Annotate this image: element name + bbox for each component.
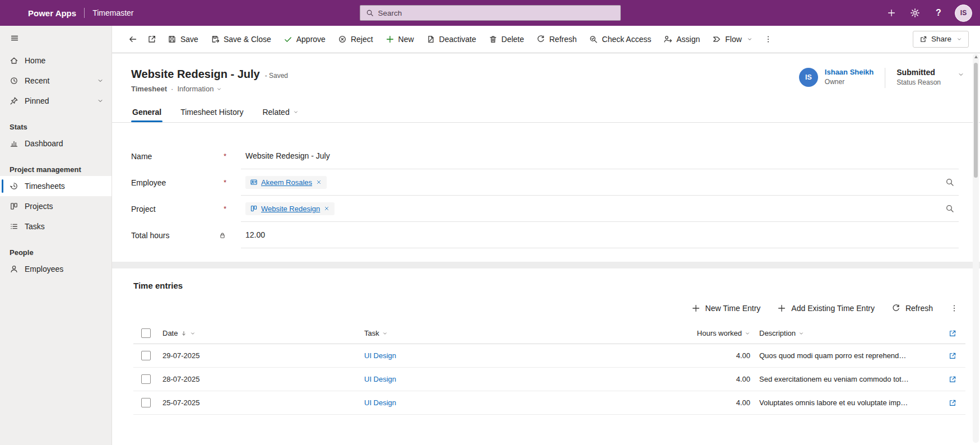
topbar: Power Apps Timemaster ? IS [0,0,980,26]
account-avatar[interactable]: IS [955,4,972,22]
field-name: Name * [131,143,959,169]
tab-general[interactable]: General [131,102,162,122]
refresh-button[interactable]: Refresh [530,29,583,49]
approve-button[interactable]: Approve [277,29,332,49]
share-button[interactable]: Share [913,31,969,48]
task-link[interactable]: UI Design [364,375,396,383]
cell-description: Quos quod modi quam porro est reprehend… [759,351,906,360]
open-record-button[interactable] [944,352,961,360]
assign-button[interactable]: Assign [657,29,706,49]
remove-project-button[interactable] [323,205,330,212]
new-time-entry-button[interactable]: New Time Entry [685,300,768,316]
new-button[interactable]: New [379,29,420,49]
assign-icon [663,35,672,44]
more-commands-button[interactable] [759,29,778,49]
header-expand-button[interactable] [958,68,964,78]
sidebar-item-recent[interactable]: Recent [0,71,112,91]
settings-button[interactable] [904,2,926,24]
owner-field: Ishaan Sheikh Owner [825,68,874,86]
popout-grid-button[interactable] [944,330,961,337]
app-name[interactable]: Timemaster [92,8,133,17]
field-project: Project * Website Redesign [131,196,959,222]
back-button[interactable] [123,29,142,49]
sidebar-item-home[interactable]: Home [0,50,112,71]
sidebar-item-tasks[interactable]: Tasks [0,216,112,237]
column-header-task[interactable]: Task [360,329,659,337]
name-input[interactable] [244,151,955,160]
sidebar-item-label: Recent [25,76,49,85]
task-link[interactable]: UI Design [364,398,396,407]
plus-icon [691,304,700,313]
select-all-checkbox[interactable] [141,328,151,338]
delete-button[interactable]: Delete [482,29,530,49]
column-header-hours-worked[interactable]: Hours worked [659,329,755,337]
owner-field-label: Owner [825,78,874,86]
subgrid-toolbar: New Time Entry Add Existing Time Entry R… [133,300,965,316]
task-link[interactable]: UI Design [364,351,396,360]
power-apps-window: Power Apps Timemaster ? IS [0,0,980,445]
help-button[interactable]: ? [928,2,949,24]
employee-search-button[interactable] [944,177,955,188]
field-label: Project [131,205,156,214]
employee-lookup: Akeem Rosales [241,169,959,196]
project-record-link[interactable]: Website Redesign [261,205,320,213]
form-selector[interactable]: Information [177,85,222,93]
avatar-initials: IS [960,9,967,17]
record-title: Website Redesign - July [131,66,260,82]
sidebar-item-dashboard[interactable]: Dashboard [0,133,112,154]
sidebar-item-timesheets[interactable]: Timesheets [0,176,112,196]
project-lookup-pill[interactable]: Website Redesign [245,202,335,215]
remove-employee-button[interactable] [315,179,322,186]
open-record-button[interactable] [944,376,961,383]
header-divider [885,68,885,88]
row-checkbox[interactable] [141,398,151,407]
owner-link[interactable]: Ishaan Sheikh [825,68,874,76]
scrollbar-up-arrow[interactable] [974,55,978,58]
save-and-close-button[interactable]: Save & Close [205,29,277,49]
plus-icon [887,8,896,17]
global-search-box[interactable] [360,5,621,21]
row-checkbox[interactable] [141,351,151,360]
employee-record-link[interactable]: Akeem Rosales [261,178,312,187]
search-icon [945,178,954,187]
tab-related[interactable]: Related [261,102,299,122]
popout-icon [949,330,956,337]
back-arrow-icon [128,35,137,44]
row-checkbox[interactable] [141,374,151,384]
sitemap-toggle-button[interactable] [0,26,112,50]
search-input[interactable] [378,9,615,17]
chevron-down-icon [798,331,804,336]
sidebar-group-stats: Stats [0,120,112,133]
subgrid-more-button[interactable] [943,300,965,316]
tab-timesheet-history[interactable]: Timesheet History [179,102,244,122]
scrollbar-thumb[interactable] [974,63,978,178]
save-button[interactable]: Save [161,29,205,49]
section-gap [112,262,980,268]
deactivate-button[interactable]: Deactivate [420,29,482,49]
project-search-button[interactable] [944,203,955,214]
open-in-new-window-button[interactable] [142,29,161,49]
sidebar-item-pinned[interactable]: Pinned [0,91,112,111]
flow-button[interactable]: Flow [706,29,759,49]
gear-icon [910,8,920,18]
reject-button[interactable]: Reject [332,29,379,49]
sidebar-item-label: Employees [25,265,63,274]
save-close-icon [211,35,220,44]
add-existing-time-entry-button[interactable]: Add Existing Time Entry [770,300,881,316]
sidebar-item-employees[interactable]: Employees [0,259,112,279]
check-access-button[interactable]: Check Access [583,29,657,49]
powerapps-brand[interactable]: Power Apps [28,8,76,18]
column-header-description[interactable]: Description [755,329,940,337]
open-record-button[interactable] [944,399,961,407]
sidebar-item-projects[interactable]: Projects [0,196,112,216]
subgrid-refresh-button[interactable]: Refresh [885,300,940,316]
vertical-scrollbar[interactable] [973,54,979,443]
employee-lookup-pill[interactable]: Akeem Rosales [245,176,327,189]
column-header-date[interactable]: Date [158,329,360,337]
quick-create-button[interactable] [881,2,902,24]
deactivate-icon [426,35,435,44]
sidebar-group-project-management: Project management [0,163,112,176]
sidebar-item-label: Pinned [25,96,49,105]
status-reason-label: Status Reason [897,78,941,86]
required-marker: * [224,205,226,213]
